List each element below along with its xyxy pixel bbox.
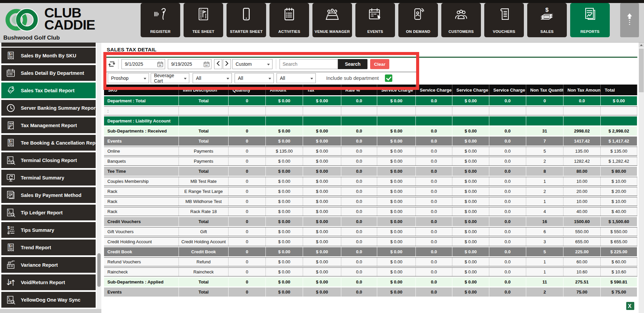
sidebar-item-trend-report[interactable]: Trend Report xyxy=(1,240,96,255)
nav-scroll-up-button[interactable] xyxy=(620,3,639,37)
row-cell: 0.0 xyxy=(341,238,377,246)
date-from-field[interactable] xyxy=(121,59,165,69)
sidebar-item-tax-management-report[interactable]: Tax Management Report xyxy=(1,117,96,133)
phone-broadcast-icon xyxy=(398,6,438,22)
nav-reports[interactable]: REPORTS xyxy=(570,3,610,37)
voucher-ticket-icon xyxy=(484,6,524,22)
refresh-repeat-button[interactable] xyxy=(107,60,116,68)
row-cell: 0 xyxy=(229,177,266,186)
row-cell: $ 0.00 xyxy=(377,126,416,136)
row-cell: 16 xyxy=(526,217,563,226)
sub-department-select[interactable]: Beverage Cart xyxy=(151,73,189,83)
row-cell: $ 0.00 xyxy=(377,247,416,256)
nav-events[interactable]: EVENTS xyxy=(355,3,395,37)
report-main: SALES TAX DETAIL Custom Search Clear Pro… xyxy=(101,43,644,313)
nav-vouchers[interactable]: VOUCHERS xyxy=(484,3,524,37)
row-cell xyxy=(563,116,601,125)
sidebar-item-tips-summary[interactable]: Tips Summary xyxy=(1,222,96,238)
include-sub-department-checkbox[interactable] xyxy=(385,74,392,82)
sidebar-item-label: Terminal Closing Report xyxy=(21,158,77,163)
row-cell: 0.0 xyxy=(416,147,452,155)
filter3-select[interactable]: All xyxy=(193,73,232,83)
row-cell: 11 xyxy=(526,277,563,286)
sidebar-item-partial[interactable] xyxy=(1,43,96,47)
excel-export-icon[interactable] xyxy=(626,302,635,310)
sidebar-item-terminal-closing-report[interactable]: Terminal Closing Report xyxy=(1,152,96,168)
row-cell: 1282.42 xyxy=(563,157,601,165)
row-cell: 31 xyxy=(526,126,563,136)
clear-button[interactable]: Clear xyxy=(370,59,389,69)
sidebar-item-label: Sales By Payment Method xyxy=(21,193,82,198)
club-caddie-app: CLUB CADDIE Bushwood Golf Club REGISTERT… xyxy=(0,0,644,313)
nav-starter-sheet[interactable]: STARTER SHEET xyxy=(227,3,266,37)
date-range-select[interactable]: Custom xyxy=(232,59,273,69)
calendar-icon[interactable] xyxy=(157,61,163,67)
row-cell: 0 xyxy=(526,96,563,105)
filter5-select[interactable]: All xyxy=(277,73,316,83)
chevron-down-icon xyxy=(227,78,229,80)
row-cell: $ 0.00 xyxy=(266,126,303,136)
chevron-down-icon xyxy=(267,64,270,65)
row-cell: $ 0.00 xyxy=(452,167,489,176)
main-scrollbar-thumb[interactable] xyxy=(639,49,644,92)
sidebar-item-yellowdog-one-way-sync[interactable]: YellowDog One Way Sync xyxy=(1,292,96,308)
department-select[interactable]: Proshop xyxy=(108,73,149,83)
row-cell: 0 xyxy=(229,238,266,246)
row-cell: 0.0 xyxy=(341,187,377,196)
sidebar-scrollbar[interactable] xyxy=(97,43,101,309)
sale-tag-icon xyxy=(5,85,16,96)
row-cell: $ 0.00 xyxy=(303,207,341,216)
sidebar-item-variance-report[interactable]: Variance Report xyxy=(1,257,96,273)
nav-customers[interactable]: CUSTOMERS xyxy=(441,3,481,37)
sidebar-item-server-banking-summary-report[interactable]: Server Banking Summary Report xyxy=(1,100,96,116)
row-cell: 0.0 xyxy=(341,96,377,105)
row-cell: $ 0.00 xyxy=(303,238,341,246)
row-sku-cell: Banquets xyxy=(104,157,179,165)
column-header-service-charge-t: Service Charge T xyxy=(452,85,489,95)
nav-register[interactable]: REGISTER xyxy=(141,3,180,37)
nav-tee-sheet[interactable]: TEE SHEET xyxy=(184,3,223,37)
page-title: SALES TAX DETAIL xyxy=(107,47,156,53)
app-header: CLUB CADDIE Bushwood Golf Club REGISTERT… xyxy=(0,0,644,43)
filter-divider-line xyxy=(104,72,418,72)
sidebar-item-terminal-summary[interactable]: Terminal Summary xyxy=(1,170,96,186)
top-black-strip xyxy=(0,0,644,3)
nav-on-demand[interactable]: ON DEMAND xyxy=(398,3,438,37)
nav-sales[interactable]: SALES xyxy=(527,3,567,37)
table-row: Department : Liability Account xyxy=(104,116,637,125)
row-cell: Gift xyxy=(179,227,229,236)
nav-venue-manager[interactable]: VENUE MANAGER xyxy=(312,3,352,37)
row-cell: $ 0.00 xyxy=(377,217,416,226)
sidebar-item-sales-detail-by-department[interactable]: Sales Detail By Department xyxy=(1,65,96,81)
row-cell: 655.00 xyxy=(563,238,601,246)
sidebar-item-sales-by-month-by-sku[interactable]: Sales By Month By SKU xyxy=(1,48,96,63)
sidebar-item-sales-tax-detail-report[interactable]: Sales Tax Detail Report xyxy=(1,83,96,98)
row-cell: 0.0 xyxy=(416,227,452,236)
row-cell: 1500.60 xyxy=(563,217,601,226)
main-scrollbar[interactable] xyxy=(639,43,644,313)
nav-activities[interactable]: ACTIVITIES xyxy=(269,3,309,37)
next-period-button[interactable] xyxy=(223,59,231,69)
row-cell: 0.0 xyxy=(489,217,526,226)
tee-flag-icon xyxy=(184,6,223,22)
sidebar-item-tip-ledger-report[interactable]: Tip Ledger Report xyxy=(1,205,96,220)
row-cell: $ 0.00 xyxy=(377,238,416,246)
sidebar-scrollbar-thumb[interactable] xyxy=(97,253,101,287)
sidebar-item-sales-by-payment-method[interactable]: Sales By Payment Method xyxy=(1,187,96,203)
row-cell: $ 0.00 xyxy=(266,197,303,206)
chevron-down-icon xyxy=(310,78,313,80)
row-cell: $ 590.81 xyxy=(601,277,637,286)
sidebar-item-tee-booking-cancellation-report[interactable]: Tee Booking & Cancellation Report xyxy=(1,135,96,151)
prev-period-button[interactable] xyxy=(214,59,222,69)
date-to-field[interactable] xyxy=(168,59,211,69)
filter4-select[interactable]: All xyxy=(235,73,274,83)
row-cell: MB Test Rate xyxy=(179,177,229,186)
search-input[interactable] xyxy=(280,59,338,69)
scroll-up-arrow-icon[interactable] xyxy=(639,43,644,47)
row-sku-cell: Rack xyxy=(104,197,179,206)
sidebar-item-void-return-report[interactable]: Void/Return Report xyxy=(1,274,96,290)
calendar-icon[interactable] xyxy=(203,61,210,67)
row-cell xyxy=(377,116,416,125)
row-cell: 0.0 xyxy=(341,137,377,146)
search-button[interactable]: Search xyxy=(338,59,367,69)
